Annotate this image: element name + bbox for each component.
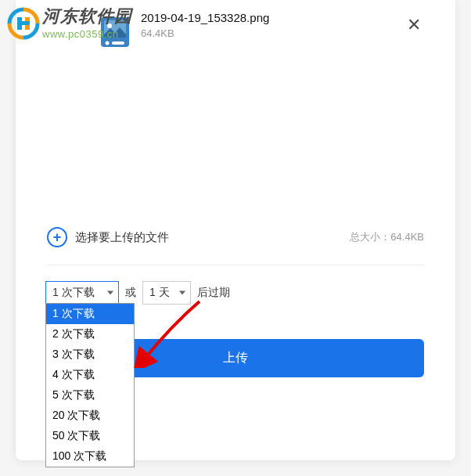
file-name: 2019-04-19_153328.png [141,11,401,24]
download-count-select[interactable]: 1 次下载 [45,281,119,305]
total-size: 总大小：64.4KB [350,230,424,244]
add-file-label: 选择要上传的文件 [75,230,169,245]
total-size-label: 总大小： [350,231,390,243]
dropdown-option[interactable]: 100 次下载 [46,446,134,467]
download-count-dropdown: 1 次下载 2 次下载 3 次下载 4 次下载 5 次下载 20 次下载 50 … [45,303,135,467]
dropdown-option[interactable]: 2 次下载 [46,324,134,344]
file-size: 64.4KB [141,27,401,39]
dropdown-option[interactable]: 4 次下载 [46,365,134,385]
dropdown-option[interactable]: 3 次下载 [46,344,134,365]
site-url: www.pc0359.cn [42,28,132,40]
add-file-button[interactable]: + 选择要上传的文件 [47,227,169,247]
svg-point-6 [106,41,110,45]
add-file-row: + 选择要上传的文件 总大小：64.4KB [16,213,455,265]
total-size-value: 64.4KB [390,231,424,243]
days-value: 1 天 [149,286,170,298]
dropdown-option[interactable]: 1 次下载 [46,304,134,324]
svg-rect-7 [112,41,124,45]
file-info: 2019-04-19_153328.png 64.4KB [141,11,401,39]
upload-card: 2019-04-19_153328.png 64.4KB ✕ + 选择要上传的文… [16,0,455,460]
chevron-down-icon [107,291,113,295]
dropdown-option[interactable]: 20 次下载 [46,406,134,426]
download-count-value: 1 次下载 [52,286,95,298]
site-name: 河东软件园 [42,5,132,28]
remove-file-button[interactable]: ✕ [401,12,427,38]
watermark-logo [6,6,41,41]
svg-rect-2 [17,21,30,25]
dropdown-option[interactable]: 50 次下载 [46,426,134,446]
chevron-down-icon [179,291,185,295]
dropdown-option[interactable]: 5 次下载 [46,385,134,406]
or-text: 或 [125,286,136,300]
days-select[interactable]: 1 天 [142,281,191,305]
after-expire-text: 后过期 [197,286,230,300]
expiry-options: 1 次下载 或 1 天 后过期 1 次下载 2 次下载 3 次下载 4 次下载 … [16,265,455,317]
plus-icon: + [47,227,67,247]
watermark-text: 河东软件园 www.pc0359.cn [42,5,132,40]
